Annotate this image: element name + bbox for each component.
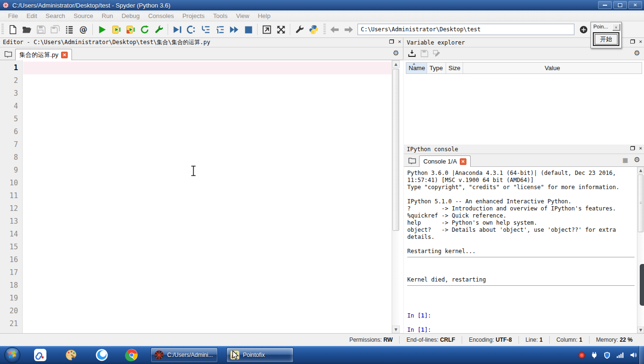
pinned-paint-button[interactable] (64, 348, 78, 362)
line-number-5: 5 (0, 113, 22, 126)
pointofix-close-button[interactable]: x (612, 24, 620, 30)
menu-help[interactable]: Help (253, 11, 275, 20)
history-forward-button[interactable] (341, 23, 356, 36)
console-output[interactable]: Python 3.6.0 |Anaconda 4.3.1 (64-bit)| (… (404, 167, 637, 333)
console-tab-close-button[interactable]: ✕ (460, 158, 466, 165)
open-folder-icon (22, 25, 32, 35)
column-header-value[interactable]: Value (463, 63, 642, 73)
menu-view[interactable]: View (232, 11, 253, 20)
menu-source[interactable]: Source (70, 11, 98, 20)
restore-button[interactable] (613, 1, 627, 9)
history-back-button[interactable] (327, 23, 341, 36)
window-titlebar[interactable]: C:/Users/Administrator/Desktop/test - Sp… (0, 0, 644, 10)
working-directory-input[interactable]: C:\Users\Administrator\Desktop\test (358, 24, 574, 35)
current-line-highlight (23, 62, 392, 74)
outline-button[interactable] (62, 23, 76, 36)
browse-directory-button[interactable] (576, 23, 590, 36)
console-scrollbar-thumb[interactable] (638, 174, 644, 232)
security-shield-tray-icon[interactable] (603, 351, 611, 359)
run-cell-advance-button[interactable] (123, 23, 137, 36)
console-scrollbar[interactable]: ▲ ▼ (637, 167, 644, 333)
console-prompt[interactable]: In [1]: (407, 327, 637, 333)
debug-step-button[interactable] (184, 23, 198, 36)
toolbar-grip[interactable] (323, 24, 326, 35)
preferences-button[interactable] (292, 23, 306, 36)
rerun-cell-button[interactable] (137, 23, 152, 36)
maximize-pane-button[interactable] (259, 23, 274, 36)
undock-icon[interactable] (630, 39, 635, 44)
scroll-up-arrow[interactable]: ▲ (392, 60, 400, 68)
save-button[interactable] (34, 23, 48, 36)
toolbar-grip[interactable] (1, 24, 4, 35)
pinned-browser-button[interactable] (95, 348, 109, 362)
scroll-up-arrow[interactable]: ▲ (637, 167, 644, 173)
variable-explorer-gear-icon[interactable]: ⚙ (634, 50, 640, 57)
pinned-app-button[interactable] (33, 348, 47, 362)
menu-tools[interactable]: Tools (209, 11, 232, 20)
line-number-11: 11 (0, 190, 22, 202)
scroll-down-arrow[interactable]: ▼ (392, 326, 400, 333)
menu-debug[interactable]: Debug (117, 11, 144, 20)
editor-tab-close-button[interactable]: ✕ (61, 52, 68, 58)
run-config-button[interactable] (152, 23, 166, 36)
pointofix-window[interactable]: Poin... x 开始 (590, 22, 622, 48)
show-desktop-button[interactable] (639, 346, 644, 364)
editor-tab[interactable]: 集合的运算.py ✕ (15, 49, 72, 60)
menu-edit[interactable]: Edit (22, 11, 41, 20)
open-file-button[interactable] (19, 23, 34, 36)
editor-scrollbar-thumb[interactable] (393, 69, 399, 231)
column-header-name[interactable]: ▲ Name (406, 63, 427, 73)
browse-tabs-button[interactable] (406, 155, 418, 165)
browse-tabs-button[interactable] (2, 48, 14, 59)
editor-scrollbar[interactable]: ▲ ▼ (392, 60, 400, 333)
restore-icon (618, 3, 622, 7)
interrupt-kernel-icon[interactable]: ■ (622, 157, 628, 163)
find-symbol-button[interactable]: @ (76, 23, 90, 36)
recording-tray-icon[interactable] (578, 352, 585, 359)
power-plug-tray-icon[interactable] (590, 351, 598, 359)
volume-tray-icon[interactable] (629, 351, 637, 359)
stop-icon (243, 25, 253, 35)
close-pane-icon[interactable]: ✕ (639, 146, 642, 151)
toolbar-separator (257, 24, 258, 35)
at-symbol-icon: @ (80, 25, 88, 34)
column-header-size[interactable]: Size (446, 63, 463, 73)
editor-code-area[interactable]: 123456789101112131415161718192021 ▲ ▼ (0, 60, 403, 333)
debug-step-out-button[interactable] (213, 23, 227, 36)
save-data-as-icon[interactable] (432, 49, 441, 58)
console-options-gear-icon[interactable]: ⚙ (634, 156, 640, 164)
new-file-button[interactable] (5, 23, 19, 36)
start-button[interactable] (4, 346, 21, 364)
line-number-6: 6 (0, 126, 22, 138)
close-pane-icon[interactable]: ✕ (398, 39, 401, 44)
console-tab[interactable]: Console 1/A ✕ (419, 155, 471, 167)
save-data-icon[interactable] (420, 49, 429, 58)
menu-file[interactable]: File (4, 11, 22, 20)
debug-continue-button[interactable] (227, 23, 241, 36)
run-cell-button[interactable] (109, 23, 123, 36)
network-signal-tray-icon[interactable] (616, 352, 624, 359)
menu-consoles[interactable]: Consoles (144, 11, 178, 20)
close-pane-icon[interactable]: ✕ (639, 39, 642, 44)
menu-projects[interactable]: Projects (178, 11, 209, 20)
undock-icon[interactable] (389, 39, 394, 44)
minimize-button[interactable] (598, 1, 612, 9)
python-path-button[interactable] (306, 23, 321, 36)
menu-run[interactable]: Run (98, 11, 117, 20)
pinned-chrome-button[interactable] (125, 348, 139, 362)
close-button[interactable]: ✕ (628, 1, 642, 9)
pointofix-start-button[interactable]: 开始 (593, 32, 619, 46)
run-button[interactable] (95, 23, 109, 36)
editor-options-gear-icon[interactable]: ⚙ (393, 50, 399, 57)
taskbar-spyder-window-button[interactable]: C:/Users/Admini... (151, 347, 218, 363)
scroll-down-arrow[interactable]: ▼ (637, 327, 644, 333)
menu-search[interactable]: Search (41, 11, 69, 20)
debug-step-into-button[interactable] (198, 23, 213, 36)
import-data-icon[interactable] (408, 49, 416, 58)
save-all-button[interactable] (48, 23, 62, 36)
fullscreen-button[interactable] (274, 23, 288, 36)
undock-icon[interactable] (630, 146, 635, 150)
debug-button[interactable] (170, 23, 184, 36)
debug-stop-button[interactable] (241, 23, 255, 36)
column-header-type[interactable]: Type (427, 63, 446, 73)
